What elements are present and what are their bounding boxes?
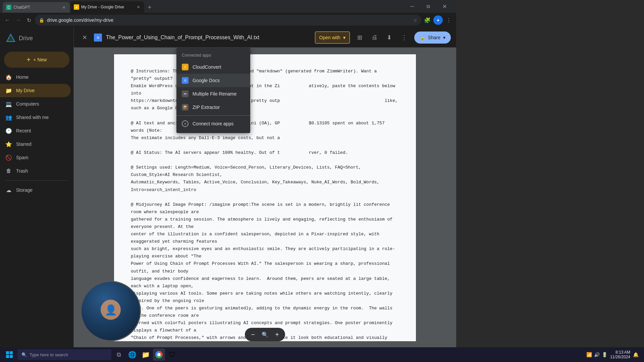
- sidebar-item-trash[interactable]: 🗑 Trash: [0, 164, 71, 178]
- file-text: @ Instructions: This file is in a format…: [131, 68, 399, 341]
- zoom-in-button[interactable]: +: [272, 329, 282, 340]
- taskbar-edge-icon[interactable]: 🌐: [126, 349, 138, 361]
- bookmark-icon[interactable]: ☆: [413, 18, 417, 23]
- svg-rect-2: [6, 351, 9, 354]
- new-plus-icon: +: [27, 56, 31, 64]
- file-type-icon: ≡: [94, 34, 102, 42]
- zoom-search-button[interactable]: 🔍: [260, 329, 270, 340]
- more-options-button[interactable]: ⋮: [398, 32, 410, 44]
- multiple-file-rename-option[interactable]: ✏ Multiple File Rename: [176, 87, 250, 101]
- network-icon[interactable]: 📶: [586, 352, 592, 357]
- drive-logo: Drive: [0, 30, 73, 46]
- svg-rect-4: [6, 355, 9, 358]
- maximize-button[interactable]: ⧉: [421, 1, 436, 11]
- sidebar-item-starred[interactable]: ⭐ Starred: [0, 137, 71, 151]
- extensions-button[interactable]: 🧩: [423, 15, 432, 25]
- clock-date: 11/26/2024: [610, 355, 630, 359]
- sidebar-item-recent[interactable]: 🕐 Recent: [0, 124, 71, 137]
- download-button[interactable]: ⬇: [383, 32, 395, 44]
- share-chevron-icon: ▾: [443, 35, 445, 40]
- open-with-button[interactable]: Open with ▾: [315, 32, 350, 44]
- sidebar-item-shared[interactable]: 👥 Shared with me: [0, 111, 71, 124]
- sidebar-item-computers[interactable]: 💻 Computers: [0, 97, 71, 111]
- sidebar-item-home[interactable]: 🏠 Home: [0, 70, 71, 84]
- sidebar-item-my-drive[interactable]: 📁 My Drive: [0, 84, 71, 97]
- chatgpt-tab-close[interactable]: ✕: [61, 5, 66, 10]
- cloudconvert-option[interactable]: ⚡ CloudConvert: [176, 60, 250, 74]
- file-viewer[interactable]: @ Instructions: This file is in a format…: [114, 54, 416, 341]
- storage-icon: ☁: [5, 187, 12, 193]
- sidebar-item-shared-label: Shared with me: [16, 115, 49, 120]
- taskbar-time-date[interactable]: 8:13 AM 11/26/2024: [610, 350, 630, 359]
- open-with-chevron-icon: ▾: [343, 35, 345, 40]
- add-to-drive-button[interactable]: ⊞: [354, 32, 366, 44]
- file-close-button[interactable]: ✕: [79, 32, 90, 43]
- drive-logo-icon: [5, 33, 16, 44]
- sidebar-item-spam[interactable]: 🚫 Spam: [0, 151, 71, 164]
- battery-icon[interactable]: 🔋: [602, 352, 607, 357]
- start-button[interactable]: [3, 349, 16, 361]
- file-explorer-icon: 📁: [142, 351, 150, 359]
- tab-google-drive[interactable]: ▲ My Drive - Google Drive ✕: [70, 1, 144, 13]
- svg-rect-5: [10, 355, 13, 358]
- chatgpt-tab-title: ChatGPT: [13, 5, 59, 10]
- taskbar-file-explorer-button[interactable]: 📁: [140, 349, 152, 361]
- tab-chatgpt[interactable]: C ChatGPT ✕: [3, 2, 70, 13]
- share-button[interactable]: 🔒 Share ▾: [414, 32, 451, 44]
- back-button[interactable]: ←: [3, 15, 12, 25]
- forward-button[interactable]: →: [13, 15, 23, 25]
- connect-more-label: Connect more apps: [193, 121, 233, 126]
- zoom-out-button[interactable]: −: [248, 329, 258, 340]
- notification-icon[interactable]: 🔔: [633, 352, 639, 357]
- chrome-icon: [155, 351, 163, 358]
- sidebar-item-computers-label: Computers: [16, 101, 39, 107]
- trash-icon: 🗑: [5, 168, 12, 174]
- google-drive-tab-title: My Drive - Google Drive: [81, 5, 133, 9]
- google-docs-option[interactable]: ≡ Google Docs: [176, 74, 250, 87]
- print-button[interactable]: 🖨: [369, 32, 381, 44]
- close-window-button[interactable]: ✕: [437, 1, 452, 11]
- google-docs-icon: ≡: [182, 77, 189, 84]
- task-view-button[interactable]: ⧉: [113, 349, 125, 361]
- system-tray-icons: 📶 🔊 🔋: [586, 352, 607, 357]
- minus-icon: −: [251, 331, 255, 339]
- search-icon: 🔍: [262, 331, 268, 338]
- sidebar: Drive + + New 🏠 Home 📁 My Drive: [0, 27, 74, 348]
- profile-button[interactable]: ●: [433, 15, 443, 25]
- file-header: ✕ ≡ The_Power_of_Using_Chain_of_Prompt_P…: [74, 27, 456, 48]
- connected-apps-label: Connected apps: [176, 50, 250, 60]
- taskbar: 🔍 Type here to search ⧉ 🌐 📁 🛡 📶: [0, 347, 644, 362]
- sidebar-item-starred-label: Starred: [16, 141, 32, 147]
- sidebar-item-storage[interactable]: ☁ Storage: [0, 183, 71, 197]
- address-text: drive.google.com/drive/my-drive: [47, 17, 411, 23]
- sidebar-item-storage-label: Storage: [16, 187, 33, 193]
- svg-marker-1: [7, 34, 15, 42]
- new-tab-button[interactable]: +: [145, 3, 154, 12]
- task-view-icon: ⧉: [117, 351, 121, 358]
- zip-extractor-option[interactable]: 📦 ZIP Extractor: [176, 101, 250, 114]
- taskbar-search-placeholder: Type here to search: [30, 352, 68, 357]
- lock-share-icon: 🔒: [420, 35, 425, 40]
- sidebar-item-trash-label: Trash: [16, 168, 28, 174]
- volume-icon[interactable]: 🔊: [594, 352, 600, 357]
- new-button[interactable]: + + New: [4, 52, 69, 68]
- more-button[interactable]: ⋮: [444, 15, 453, 25]
- spam-icon: 🚫: [5, 154, 12, 161]
- chatgpt-favicon: C: [6, 5, 11, 10]
- shared-icon: 👥: [5, 114, 12, 121]
- taskbar-search[interactable]: 🔍 Type here to search: [17, 349, 111, 360]
- connect-more-icon: +: [182, 120, 189, 127]
- taskbar-chrome-button[interactable]: [153, 349, 165, 361]
- refresh-button[interactable]: ↻: [24, 15, 34, 25]
- google-drive-tab-close[interactable]: ✕: [136, 4, 141, 10]
- close-icon: ✕: [82, 34, 87, 41]
- taskbar-security-button[interactable]: 🛡: [166, 349, 178, 361]
- sidebar-item-recent-label: Recent: [16, 128, 31, 133]
- sidebar-item-my-drive-label: My Drive: [16, 88, 35, 93]
- home-icon: 🏠: [5, 74, 12, 80]
- address-bar[interactable]: 🔒 drive.google.com/drive/my-drive ☆: [35, 15, 421, 25]
- zip-extractor-label: ZIP Extractor: [193, 105, 220, 110]
- minimize-button[interactable]: ─: [405, 1, 420, 11]
- open-with-label: Open with: [319, 35, 340, 40]
- connect-more-apps-option[interactable]: + Connect more apps: [176, 117, 250, 130]
